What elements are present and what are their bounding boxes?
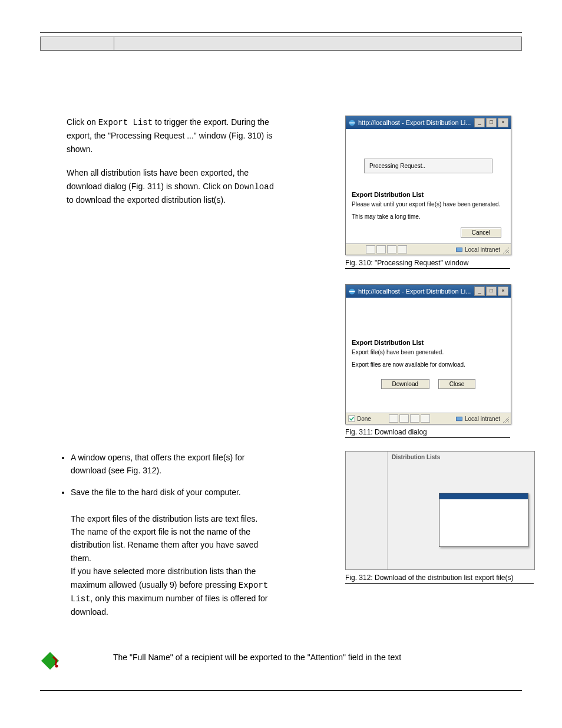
text: The export files of the distribution lis…: [71, 514, 258, 563]
fig-ref: Fig. 310: [232, 131, 262, 140]
list-item: Save the file to the hard disk of your c…: [71, 486, 270, 619]
text: ) is shown. Click on: [161, 182, 234, 191]
resize-grip-icon: [503, 248, 509, 253]
note-text: The "Full Name" of a recipient will be e…: [113, 651, 522, 665]
minimize-button[interactable]: _: [474, 118, 485, 127]
figure-caption-312: Fig. 312: Download of the distribution l…: [345, 574, 534, 584]
minimize-button[interactable]: _: [474, 286, 485, 296]
zone-icon: [455, 246, 463, 253]
ie-icon: [348, 119, 356, 127]
export-list-code: Export List: [98, 118, 153, 127]
download-dialog: http://localhost - Export Distribution L…: [345, 284, 511, 424]
maximize-button[interactable]: □: [486, 118, 497, 127]
dialog-heading: Export Distribution List: [352, 191, 511, 198]
close-button[interactable]: ×: [498, 118, 508, 127]
svg-rect-4: [457, 417, 462, 421]
resize-grip-icon: [503, 417, 509, 423]
screenshot-title: Distribution Lists: [392, 454, 440, 460]
zone-label: Local intranet: [465, 416, 500, 422]
list-item: A window opens, that offers the export f…: [71, 451, 270, 477]
done-icon: [348, 415, 355, 422]
text: Save the file to the hard disk of your c…: [71, 487, 241, 497]
text: to download the exported distribution li…: [67, 195, 226, 205]
dialog-title: http://localhost - Export Distribution L…: [358, 119, 473, 126]
fig-ref: Fig. 311: [131, 182, 161, 191]
download-code: Download: [234, 182, 274, 192]
dialog-title: http://localhost - Export Distribution L…: [358, 288, 473, 295]
text: Click on: [67, 117, 98, 127]
maximize-button[interactable]: □: [486, 286, 497, 296]
close-dialog-button[interactable]: Close: [438, 379, 476, 389]
cancel-button[interactable]: Cancel: [461, 228, 501, 238]
zone-label: Local intranet: [465, 246, 500, 253]
download-screenshot: Distribution Lists: [345, 451, 535, 570]
dialog-text-1: Please wait until your export file(s) ha…: [352, 200, 505, 208]
close-button[interactable]: ×: [498, 286, 508, 296]
ie-icon: [348, 288, 356, 295]
text: If you have selected more distribution l…: [71, 566, 256, 589]
svg-rect-3: [349, 416, 355, 421]
dialog-text-2: Export files are now available for donwl…: [352, 361, 505, 368]
dialog-text-1: Export file(s) have been generated.: [352, 348, 505, 356]
header-bar: [40, 37, 522, 51]
status-done: Done: [357, 416, 371, 422]
download-button[interactable]: Download: [381, 379, 429, 389]
dialog-heading: Export Distribution List: [352, 339, 511, 346]
figure-caption-311: Fig. 311: Download dialog: [345, 428, 510, 438]
note-icon: [40, 651, 60, 671]
zone-icon: [455, 415, 463, 423]
svg-rect-1: [457, 248, 462, 252]
note-block: The "Full Name" of a recipient will be e…: [40, 651, 522, 673]
processing-dialog: http://localhost - Export Distribution L…: [345, 116, 511, 255]
figure-caption-310: Fig. 310: "Processing Request" window: [345, 259, 510, 269]
intro-para-2: When all distribution lists have been ex…: [67, 166, 279, 206]
text: , only this maximum number of files is o…: [71, 594, 267, 617]
intro-para-1: Click on Export List to trigger the expo…: [67, 116, 279, 156]
dialog-text-2: This may take a long time.: [352, 213, 505, 220]
processing-well: Processing Request..: [364, 159, 492, 173]
svg-point-6: [55, 664, 58, 667]
